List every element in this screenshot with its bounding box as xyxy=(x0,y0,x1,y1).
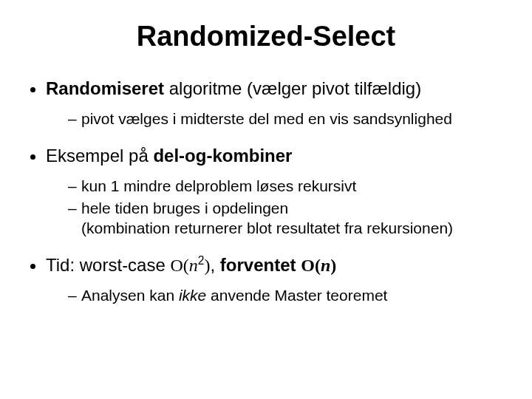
slide-title: Randomized-Select xyxy=(21,21,511,52)
text: Eksempel på xyxy=(46,146,153,166)
bullet-list: Randomiseret algoritme (vælger pivot til… xyxy=(21,78,511,305)
text-emph: ikke xyxy=(179,287,206,304)
text-strong: forventet xyxy=(220,255,301,275)
big-o: O xyxy=(301,256,315,275)
text: ) xyxy=(330,256,336,275)
sub-bullet: pivot vælges i midterste del med en vis … xyxy=(68,109,511,129)
text: (kombination returnerer blot resultatet … xyxy=(81,219,453,236)
exponent: 2 xyxy=(198,254,205,267)
sub-bullet: hele tiden bruges i opdelingen (kombinat… xyxy=(68,198,511,239)
text: anvende Master teoremet xyxy=(206,287,387,304)
sub-bullet: kun 1 mindre delproblem løses rekursivt xyxy=(68,176,511,196)
sub-list: pivot vælges i midterste del med en vis … xyxy=(46,109,511,129)
text: Analysen kan xyxy=(81,287,179,304)
bullet-randomiseret: Randomiseret algoritme (vælger pivot til… xyxy=(46,78,511,129)
text: Tid: worst-case xyxy=(46,255,170,275)
sub-bullet: Analysen kan ikke anvende Master teoreme… xyxy=(68,285,511,305)
text: ( xyxy=(183,256,189,275)
bullet-eksempel: Eksempel på del-og-kombiner kun 1 mindre… xyxy=(46,145,511,238)
text: ( xyxy=(315,256,321,275)
text-strong: del-og-kombiner xyxy=(153,146,292,166)
text: , xyxy=(211,255,220,275)
bullet-tid: Tid: worst-case O(n2), forventet O(n) An… xyxy=(46,254,511,305)
var-n: n xyxy=(321,256,330,275)
slide: Randomized-Select Randomiseret algoritme… xyxy=(0,0,532,399)
big-o: O xyxy=(170,256,183,275)
sub-list: Analysen kan ikke anvende Master teoreme… xyxy=(46,285,511,305)
text: ) xyxy=(205,256,211,275)
text: algoritme (vælger pivot tilfældig) xyxy=(164,78,421,98)
text-strong: Randomiseret xyxy=(46,78,164,98)
sub-list: kun 1 mindre delproblem løses rekursivt … xyxy=(46,176,511,238)
var-n: n xyxy=(189,256,198,275)
text: hele tiden bruges i opdelingen xyxy=(81,200,288,216)
